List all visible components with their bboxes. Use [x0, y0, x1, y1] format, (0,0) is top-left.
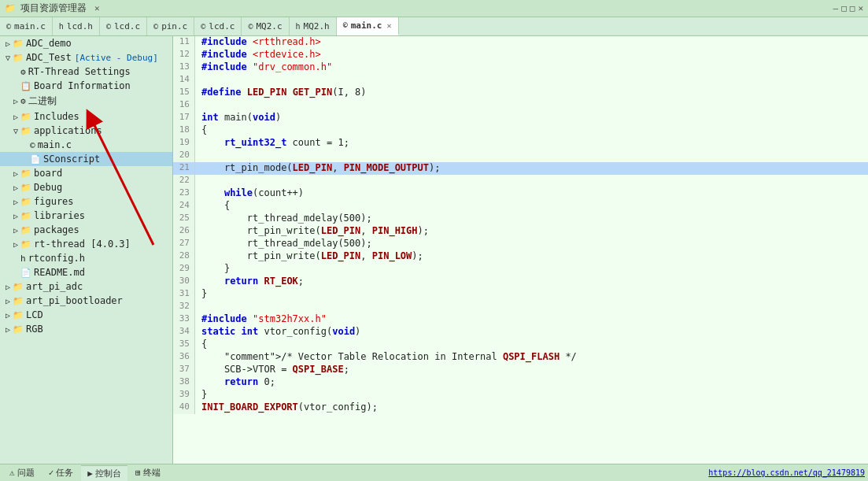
tab-icon-lcd2: © — [201, 22, 205, 31]
table-row: 12#include <rtdevice.h> — [173, 49, 868, 61]
tab-label-main2: main.c — [351, 20, 382, 31]
line-content — [195, 175, 868, 187]
table-row: 23 while(count++) — [173, 187, 868, 200]
line-number: 37 — [173, 364, 195, 376]
line-number: 13 — [173, 61, 195, 74]
tree-label-adc-test: ADC_Test — [26, 52, 72, 63]
line-content: } — [195, 288, 868, 301]
line-number: 18 — [173, 124, 195, 137]
tab-mq2-h[interactable]: h MQ2.h — [290, 17, 337, 35]
tree-item-main-c[interactable]: © main.c — [0, 138, 172, 152]
table-row: 25 rt_thread_mdelay(500); — [173, 213, 868, 225]
close-window-icon[interactable]: ✕ — [858, 3, 863, 13]
line-content: rt_pin_mode(LED_PIN, PIN_MODE_OUTPUT); — [195, 162, 868, 175]
line-number: 35 — [173, 339, 195, 351]
bottom-tab-terminal[interactable]: ⊞ 终端 — [129, 465, 167, 480]
arrow-board: ▷ — [11, 169, 20, 178]
tab-label-mq2-h: MQ2.h — [304, 21, 330, 31]
tree-item-art-pi-adc[interactable]: ▷ 📁 art_pi_adc — [0, 279, 172, 294]
tab-main1[interactable]: © main.c — [0, 17, 53, 35]
line-content: { — [195, 339, 868, 351]
tree-item-rt-thread2[interactable]: ▷ 📁 rt-thread [4.0.3] — [0, 237, 172, 251]
line-content: static int vtor_config(void) — [195, 326, 868, 339]
tab-icon-lcd-h: h — [59, 22, 64, 31]
table-row: 21 rt_pin_mode(LED_PIN, PIN_MODE_OUTPUT)… — [173, 162, 868, 175]
maximize-icon[interactable]: □ — [850, 3, 855, 13]
line-number: 34 — [173, 326, 195, 339]
table-row: 29 } — [173, 263, 868, 276]
line-content: "comment">/* Vector Table Relocation in … — [195, 351, 868, 364]
tree-item-debug[interactable]: ▷ 📁 Debug — [0, 180, 172, 194]
arrow-main-c — [20, 141, 30, 150]
tree-item-figures[interactable]: ▷ 📁 figures — [0, 194, 172, 209]
tree-label-readme: README.md — [34, 267, 85, 278]
tree-item-lcd[interactable]: ▷ 📁 LCD — [0, 308, 172, 322]
restore-icon[interactable]: □ — [841, 3, 847, 13]
line-number: 20 — [173, 150, 195, 162]
tab-lcd-h[interactable]: h lcd.h — [53, 17, 100, 35]
window-controls: — □ □ ✕ — [833, 3, 864, 13]
tab-icon-pin-c: © — [153, 22, 158, 31]
tab-main2[interactable]: © main.c ✕ — [337, 17, 399, 35]
tree-item-art-pi-boot[interactable]: ▷ 📁 art_pi_bootloader — [0, 294, 172, 308]
tab-lcd2[interactable]: © lcd.c — [194, 17, 242, 35]
tab-label-lcd-h: lcd.h — [67, 21, 93, 31]
line-content: #include <rtthread.h> — [195, 36, 868, 49]
tree-item-rtconfig[interactable]: h rtconfig.h — [0, 251, 172, 265]
tree-label-art-pi-boot: art_pi_bootloader — [26, 295, 123, 306]
tab-close-main2[interactable]: ✕ — [387, 21, 392, 30]
tree-item-sconscript[interactable]: 📄 SConscript — [0, 152, 172, 166]
tree-item-libraries[interactable]: ▷ 📁 libraries — [0, 209, 172, 223]
tree-item-adc-demo[interactable]: ▷ 📁 ADC_demo — [0, 36, 172, 50]
tree-item-binary[interactable]: ▷ ⚙ 二进制 — [0, 93, 172, 109]
tasks-icon: ✓ — [49, 468, 54, 478]
tree-label-packages: packages — [34, 224, 79, 235]
table-row: 36 "comment">/* Vector Table Relocation … — [173, 351, 868, 364]
blog-url[interactable]: https://blog.csdn.net/qq_21479819 — [708, 468, 865, 477]
line-content: #include "stm32h7xx.h" — [195, 313, 868, 326]
line-number: 39 — [173, 389, 195, 401]
tree-item-rgb[interactable]: ▷ 📁 RGB — [0, 322, 172, 336]
tab-mq2-c[interactable]: © MQ2.c — [242, 17, 289, 35]
tree-label-rt-thread2: rt-thread [4.0.3] — [34, 239, 131, 250]
tab-lcd-c[interactable]: © lcd.c — [100, 17, 147, 35]
table-row: 27 rt_thread_mdelay(500); — [173, 238, 868, 250]
tree-item-board-info[interactable]: 📋 Board Information — [0, 79, 172, 93]
folder-icon-lcd: 📁 — [13, 310, 24, 320]
line-content: while(count++) — [195, 187, 868, 200]
line-number: 40 — [173, 401, 195, 414]
tree-item-adc-test[interactable]: ▽ 📁 ADC_Test [Active - Debug] — [0, 50, 172, 65]
tree-item-readme[interactable]: 📄 README.md — [0, 265, 172, 279]
bottom-tab-issues[interactable]: ⚠ 问题 — [3, 465, 41, 480]
tree-item-board[interactable]: ▷ 📁 board — [0, 166, 172, 180]
title-bar: 📁 项目资源管理器 ✕ — □ □ ✕ — [0, 0, 868, 17]
arrow-binary: ▷ — [11, 97, 20, 105]
close-panel-icon[interactable]: ✕ — [94, 3, 100, 13]
line-number: 33 — [173, 313, 195, 326]
tree-item-includes[interactable]: ▷ 📁 Includes — [0, 109, 172, 124]
tree-label-board-info: Board Information — [34, 80, 131, 91]
tree-item-packages[interactable]: ▷ 📁 packages — [0, 223, 172, 237]
line-number: 17 — [173, 112, 195, 124]
tree-item-rt-thread[interactable]: ⚙ RT-Thread Settings — [0, 65, 172, 79]
folder-icon-figures: 📁 — [20, 197, 31, 207]
line-content: SCB->VTOR = QSPI_BASE; — [195, 364, 868, 376]
terminal-icon: ⊞ — [135, 468, 141, 478]
arrow-board-info — [11, 82, 20, 91]
tree-label-rgb: RGB — [26, 324, 43, 335]
bottom-tab-tasks[interactable]: ✓ 任务 — [42, 465, 80, 480]
minimize-icon[interactable]: — — [833, 3, 839, 13]
code-editor[interactable]: 11#include <rtthread.h>12#include <rtdev… — [173, 36, 868, 464]
tree-label-board: board — [34, 168, 62, 179]
tree-label-rt-thread: RT-Thread Settings — [28, 66, 131, 77]
tab-pin-c[interactable]: © pin.c — [147, 17, 194, 35]
table-row: 37 SCB->VTOR = QSPI_BASE; — [173, 364, 868, 376]
line-number: 36 — [173, 351, 195, 364]
bottom-tab-console[interactable]: ▶ 控制台 — [81, 465, 127, 481]
tab-label-main1: main.c — [14, 21, 46, 31]
line-number: 30 — [173, 276, 195, 288]
arrow-figures: ▷ — [11, 198, 20, 206]
tree-item-applications[interactable]: ▽ 📁 applications — [0, 124, 172, 138]
line-content: return 0; — [195, 376, 868, 389]
line-content — [195, 301, 868, 313]
